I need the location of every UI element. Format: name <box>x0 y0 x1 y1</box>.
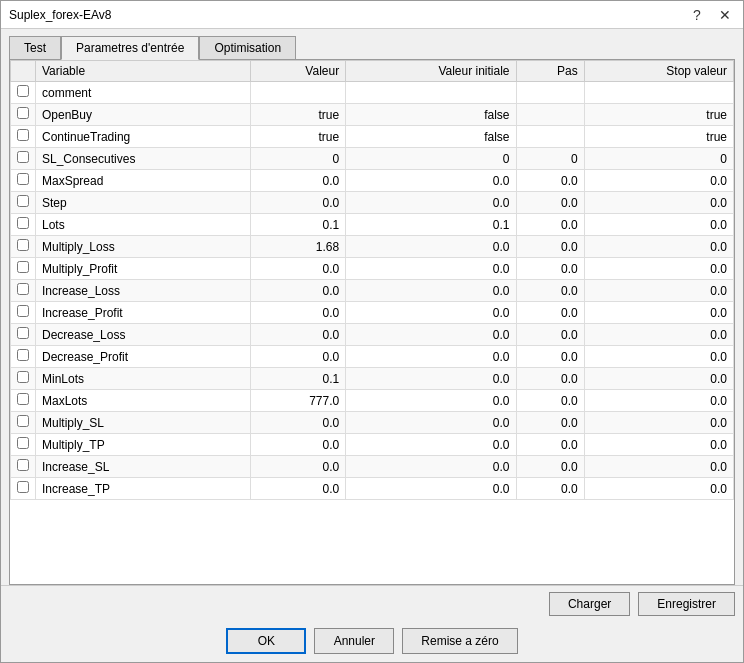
row-checkbox[interactable] <box>17 261 29 273</box>
close-button[interactable]: ✕ <box>715 5 735 25</box>
row-valeur-initiale: 0 <box>346 148 516 170</box>
table-row: Multiply_SL0.00.00.00.0 <box>11 412 734 434</box>
row-checkbox-cell <box>11 258 36 280</box>
row-valeur-initiale: false <box>346 104 516 126</box>
table-row: MaxLots777.00.00.00.0 <box>11 390 734 412</box>
row-checkbox[interactable] <box>17 239 29 251</box>
row-pas: 0.0 <box>516 192 584 214</box>
row-valeur-initiale: false <box>346 126 516 148</box>
row-checkbox[interactable] <box>17 393 29 405</box>
table-wrapper: Variable Valeur Valeur initiale Pas <box>10 60 734 584</box>
row-stop-valeur: 0.0 <box>584 324 733 346</box>
bottom-actions: Charger Enregistrer <box>1 585 743 622</box>
row-checkbox-cell <box>11 236 36 258</box>
row-variable-name: MaxLots <box>36 390 251 412</box>
row-stop-valeur: 0.0 <box>584 434 733 456</box>
row-stop-valeur: 0.0 <box>584 192 733 214</box>
row-pas: 0.0 <box>516 346 584 368</box>
row-checkbox[interactable] <box>17 107 29 119</box>
row-checkbox-cell <box>11 390 36 412</box>
title-bar-left: Suplex_forex-EAv8 <box>9 8 112 22</box>
charger-button[interactable]: Charger <box>549 592 630 616</box>
row-checkbox[interactable] <box>17 349 29 361</box>
row-valeur: 0.0 <box>251 170 346 192</box>
row-checkbox-cell <box>11 412 36 434</box>
window-title: Suplex_forex-EAv8 <box>9 8 112 22</box>
row-variable-name: Multiply_SL <box>36 412 251 434</box>
row-variable-name: Lots <box>36 214 251 236</box>
row-checkbox[interactable] <box>17 305 29 317</box>
row-valeur-initiale: 0.0 <box>346 368 516 390</box>
row-checkbox-cell <box>11 126 36 148</box>
row-valeur: 0.0 <box>251 302 346 324</box>
ok-button[interactable]: OK <box>226 628 306 654</box>
row-stop-valeur: 0.0 <box>584 236 733 258</box>
annuler-button[interactable]: Annuler <box>314 628 394 654</box>
row-checkbox-cell <box>11 104 36 126</box>
row-stop-valeur: 0.0 <box>584 368 733 390</box>
row-variable-name: ContinueTrading <box>36 126 251 148</box>
row-valeur-initiale: 0.0 <box>346 346 516 368</box>
row-variable-name: Multiply_Loss <box>36 236 251 258</box>
row-valeur-initiale: 0.0 <box>346 280 516 302</box>
table-row: Increase_Profit0.00.00.00.0 <box>11 302 734 324</box>
row-valeur: 0.1 <box>251 368 346 390</box>
tab-parametres[interactable]: Parametres d'entrée <box>61 36 199 60</box>
row-checkbox[interactable] <box>17 85 29 97</box>
row-checkbox[interactable] <box>17 151 29 163</box>
row-checkbox[interactable] <box>17 459 29 471</box>
table-row: Multiply_Loss1.680.00.00.0 <box>11 236 734 258</box>
row-valeur-initiale: 0.0 <box>346 390 516 412</box>
row-valeur-initiale: 0.0 <box>346 434 516 456</box>
row-stop-valeur: 0.0 <box>584 302 733 324</box>
row-pas: 0.0 <box>516 390 584 412</box>
row-checkbox[interactable] <box>17 415 29 427</box>
row-pas: 0.0 <box>516 456 584 478</box>
tab-optimisation[interactable]: Optimisation <box>199 36 296 60</box>
row-checkbox[interactable] <box>17 129 29 141</box>
row-variable-name: comment <box>36 82 251 104</box>
row-checkbox[interactable] <box>17 173 29 185</box>
row-valeur-initiale <box>346 82 516 104</box>
row-variable-name: Multiply_Profit <box>36 258 251 280</box>
row-stop-valeur: 0.0 <box>584 346 733 368</box>
row-pas <box>516 126 584 148</box>
row-checkbox[interactable] <box>17 195 29 207</box>
row-checkbox[interactable] <box>17 371 29 383</box>
row-valeur: 0.0 <box>251 412 346 434</box>
parameters-table: Variable Valeur Valeur initiale Pas <box>10 60 734 500</box>
row-checkbox[interactable] <box>17 217 29 229</box>
footer-buttons: OK Annuler Remise a zéro <box>1 622 743 662</box>
tab-bar: Test Parametres d'entrée Optimisation <box>1 29 743 59</box>
remise-button[interactable]: Remise a zéro <box>402 628 517 654</box>
table-container[interactable]: Variable Valeur Valeur initiale Pas <box>10 60 734 584</box>
row-pas: 0.0 <box>516 214 584 236</box>
tab-test[interactable]: Test <box>9 36 61 60</box>
row-pas: 0.0 <box>516 412 584 434</box>
row-pas: 0.0 <box>516 368 584 390</box>
row-valeur: true <box>251 126 346 148</box>
content-area: Variable Valeur Valeur initiale Pas <box>9 59 735 585</box>
table-row: MaxSpread0.00.00.00.0 <box>11 170 734 192</box>
row-valeur-initiale: 0.0 <box>346 170 516 192</box>
row-stop-valeur: 0.0 <box>584 412 733 434</box>
row-pas: 0.0 <box>516 324 584 346</box>
row-checkbox[interactable] <box>17 481 29 493</box>
row-checkbox[interactable] <box>17 327 29 339</box>
table-row: Lots0.10.10.00.0 <box>11 214 734 236</box>
row-valeur-initiale: 0.0 <box>346 324 516 346</box>
row-checkbox[interactable] <box>17 283 29 295</box>
row-valeur: 0.0 <box>251 456 346 478</box>
row-checkbox-cell <box>11 346 36 368</box>
row-variable-name: Increase_TP <box>36 478 251 500</box>
row-stop-valeur: 0.0 <box>584 170 733 192</box>
help-button[interactable]: ? <box>687 5 707 25</box>
row-checkbox-cell <box>11 148 36 170</box>
row-checkbox[interactable] <box>17 437 29 449</box>
row-variable-name: Decrease_Profit <box>36 346 251 368</box>
row-pas: 0 <box>516 148 584 170</box>
row-stop-valeur: 0.0 <box>584 390 733 412</box>
row-checkbox-cell <box>11 456 36 478</box>
enregistrer-button[interactable]: Enregistrer <box>638 592 735 616</box>
row-stop-valeur: true <box>584 104 733 126</box>
